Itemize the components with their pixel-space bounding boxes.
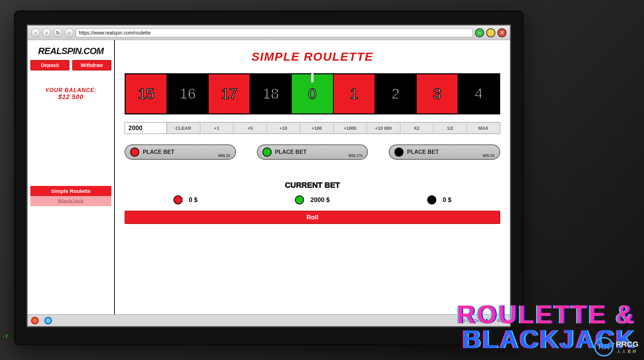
url-bar[interactable]: https://www.realspin.com/roulette	[76, 28, 473, 37]
amount-btn-+1000[interactable]: +1000	[334, 122, 367, 134]
amount-btn-+10000[interactable]: +10 000	[367, 122, 400, 134]
wheel-cell-1: 1	[334, 74, 375, 113]
amount-row: CLEAR+1+5+10+100+1000+10 000X21/2MAX	[125, 122, 500, 134]
place-bet-b[interactable]: PLACE BETWIN 2X	[389, 144, 500, 160]
home-button[interactable]: ⌂	[65, 28, 74, 37]
amount-btn-x2[interactable]: X2	[400, 122, 434, 134]
place-bet-row: PLACE BETWIN 2XPLACE BETWIN 17XPLACE BET…	[125, 144, 500, 160]
window-close-button[interactable]: ✕	[497, 28, 506, 37]
wheel-cell-17: 17	[209, 74, 250, 113]
wheel-cell-16: 16	[167, 74, 209, 113]
amount-btn-max[interactable]: MAX	[467, 122, 500, 134]
forward-button[interactable]: ›	[42, 28, 51, 37]
chip-b-icon	[427, 195, 436, 204]
taskbar-time: 00:00	[497, 318, 506, 323]
sidebar: REALSPIN.COM Deposit Withdraw YOUR BALAN…	[28, 40, 115, 314]
tab-blackjack[interactable]: BlackJack	[30, 196, 111, 206]
window-minimize-button[interactable]: –	[475, 28, 484, 37]
wheel-cell-18: 18	[250, 74, 292, 113]
window-maximize-button[interactable]: □	[486, 28, 495, 37]
chip-g-icon	[262, 148, 272, 157]
wheel-cell-15: 15	[126, 74, 167, 113]
place-bet-label: PLACE BET	[407, 149, 439, 155]
balance-value: $12 500	[30, 93, 111, 101]
win-tag: WIN 2X	[218, 154, 230, 158]
win-tag: WIN 2X	[483, 154, 495, 158]
place-bet-label: PLACE BET	[143, 149, 175, 155]
wheel-cell-0: 0	[292, 74, 333, 113]
balance-block: YOUR BALANCE: $12 500	[30, 87, 111, 101]
current-bet-amount: 0 $	[443, 196, 451, 204]
back-button[interactable]: ‹	[31, 28, 40, 37]
amount-btn-+1[interactable]: +1	[200, 122, 234, 134]
bet-amount-input[interactable]	[125, 122, 167, 134]
roll-button[interactable]: Roll	[125, 211, 500, 224]
taskbar: 0.01 rtly Clo 🔊 00:00	[28, 314, 510, 326]
amount-btn-clear[interactable]: CLEAR	[167, 122, 200, 134]
screen: ‹ › ↻ ⌂ https://www.realspin.com/roulett…	[27, 24, 511, 327]
current-bet-amount: 2000 $	[310, 196, 330, 204]
tab-simple-roulette[interactable]: Simple Roulette	[30, 186, 111, 196]
chip-r-icon	[130, 148, 139, 157]
amount-btn-1/2[interactable]: 1/2	[434, 122, 467, 134]
balance-label: YOUR BALANCE:	[30, 87, 111, 93]
current-bet-title: CURRENT BET	[125, 181, 500, 190]
sidebar-buttons: Deposit Withdraw	[30, 60, 111, 70]
current-bet-amount: 0 $	[189, 196, 198, 204]
wheel-cell-3: 3	[417, 74, 458, 113]
withdraw-button[interactable]: Withdraw	[72, 60, 111, 70]
browser-icon[interactable]	[44, 317, 52, 324]
power-icon[interactable]	[31, 317, 39, 324]
chip-b-icon	[394, 148, 404, 157]
speaker-icon[interactable]: 🔊	[484, 317, 491, 324]
amount-btn-+10[interactable]: +10	[267, 122, 301, 134]
amount-btn-+5[interactable]: +5	[234, 122, 267, 134]
axis-label: -Y	[2, 333, 8, 339]
chip-g-icon	[295, 195, 304, 204]
roulette-wheel: 1516171801234	[125, 73, 500, 114]
place-bet-label: PLACE BET	[275, 149, 307, 155]
current-bet-g: 2000 $	[295, 195, 330, 204]
wheel-cell-4: 4	[458, 74, 499, 113]
win-tag: WIN 17X	[348, 154, 362, 158]
game-nav: Simple Roulette BlackJack	[30, 186, 111, 206]
place-bet-g[interactable]: PLACE BETWIN 17X	[257, 144, 368, 160]
current-bet-row: 0 $2000 $0 $	[125, 195, 500, 204]
monitor-frame: ‹ › ↻ ⌂ https://www.realspin.com/roulett…	[14, 10, 524, 345]
wheel-pointer	[311, 73, 313, 82]
reload-button[interactable]: ↻	[53, 28, 62, 37]
wheel-cell-2: 2	[375, 74, 417, 113]
amount-btn-+100[interactable]: +100	[300, 122, 334, 134]
site-logo: REALSPIN.COM	[30, 46, 111, 57]
chip-r-icon	[173, 195, 183, 204]
deposit-button[interactable]: Deposit	[30, 60, 69, 70]
current-bet-b: 0 $	[427, 195, 451, 204]
browser-chrome: ‹ › ↻ ⌂ https://www.realspin.com/roulett…	[28, 25, 510, 40]
main-panel: SIMPLE ROULETTE 1516171801234 CLEAR+1+5+…	[115, 40, 510, 314]
page-body: REALSPIN.COM Deposit Withdraw YOUR BALAN…	[28, 40, 510, 314]
page-title: SIMPLE ROULETTE	[125, 50, 500, 63]
taskbar-status: 0.01 rtly Clo	[458, 318, 479, 323]
current-bet-r: 0 $	[173, 195, 198, 204]
place-bet-r[interactable]: PLACE BETWIN 2X	[125, 144, 236, 160]
